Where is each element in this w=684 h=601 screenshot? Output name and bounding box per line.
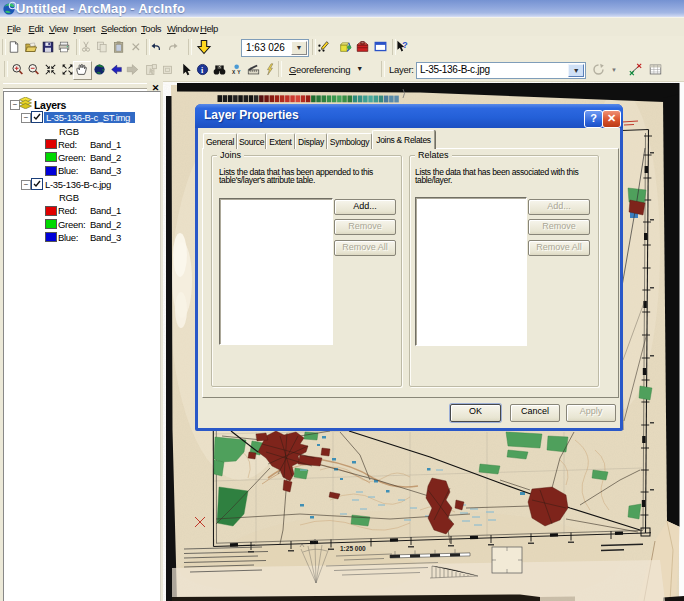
svg-text:1:25 000: 1:25 000: [340, 545, 366, 552]
svg-text:X: X: [232, 70, 236, 75]
svg-text:?: ?: [402, 40, 407, 50]
svg-text:Y: Y: [237, 70, 241, 75]
